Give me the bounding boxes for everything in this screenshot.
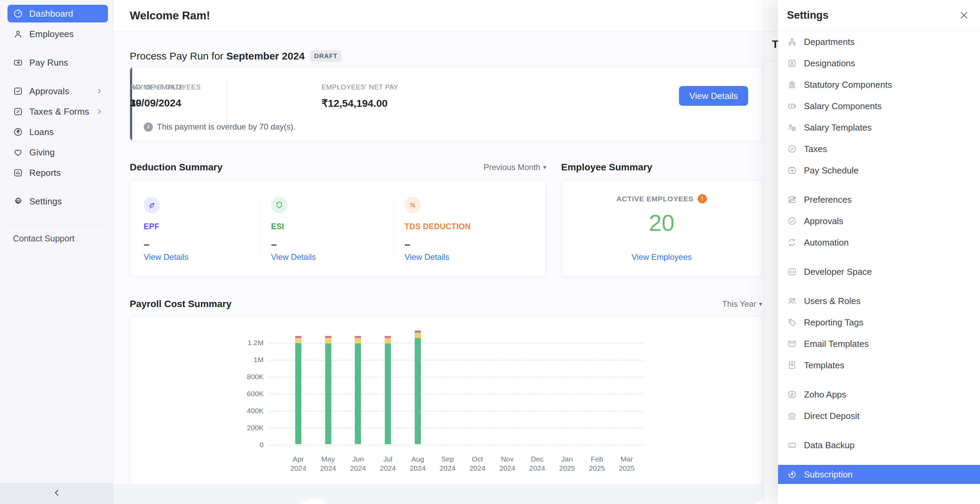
sidebar-item-loans[interactable]: Loans — [8, 123, 108, 141]
settings-item-label: Zoho Apps — [804, 389, 846, 400]
stat-value: ₹12,54,194.00 — [321, 97, 398, 109]
sidebar-item-giving[interactable]: Giving — [8, 144, 108, 161]
deduction-col-esi: ESI – View Details — [271, 181, 383, 276]
chart-bar-jun-2024 — [355, 336, 361, 444]
sidebar-item-icon — [13, 196, 23, 206]
settings-item-icon — [787, 238, 797, 247]
chevron-left-icon — [52, 488, 62, 499]
deduction-value: – — [144, 239, 256, 250]
settings-item-reporting-tags[interactable]: Reporting Tags — [778, 313, 980, 332]
settings-item-label: Salary Templates — [804, 122, 872, 133]
chart-xtick-label: Oct2024 — [462, 454, 492, 473]
settings-item-salary-templates[interactable]: Salary Templates — [778, 118, 980, 137]
settings-item-pay-schedule[interactable]: Pay Schedule — [778, 161, 980, 180]
chart-ytick-label: 1.2M — [232, 339, 264, 347]
settings-item-label: Taxes — [804, 144, 827, 154]
settings-item-salary-components[interactable]: Salary Components — [778, 97, 980, 116]
settings-item-designations[interactable]: Designations — [778, 54, 980, 73]
sidebar-item-reports[interactable]: Reports — [8, 164, 108, 182]
close-icon[interactable] — [958, 10, 970, 21]
sidebar-item-approvals[interactable]: Approvals — [8, 82, 108, 100]
chart-xtick-label: Apr2024 — [283, 454, 313, 473]
settings-list: Departments Designations Statutory Compo… — [778, 31, 980, 484]
page-title: Welcome Ram! — [130, 9, 210, 22]
settings-item-label: Statutory Components — [804, 79, 892, 90]
sidebar-item-settings[interactable]: Settings — [8, 192, 108, 210]
deduction-filter-dropdown[interactable]: Previous Month ▾ — [484, 163, 546, 172]
settings-item-icon — [787, 165, 797, 176]
sidebar-collapse-button[interactable] — [0, 483, 113, 504]
chart-bar-jul-2024 — [385, 336, 391, 444]
payroll-cost-chart: 0200K400K600K800K1M1.2MApr2024May2024Jun… — [130, 317, 762, 484]
sidebar-item-pay-runs[interactable]: Pay Runs — [8, 54, 108, 71]
settings-item-developer-space[interactable]: Developer Space — [778, 262, 980, 281]
chart-ytick-label: 600K — [232, 390, 264, 398]
deduction-view-details-link[interactable]: View Details — [144, 252, 189, 262]
payrun-stat-no-of-employees: NO. OF EMPLOYEES 19 — [130, 83, 200, 109]
sidebar-item-employees[interactable]: Employees — [8, 25, 108, 43]
settings-item-approvals[interactable]: Approvals — [778, 212, 980, 231]
main-content: Welcome Ram! Process Pay Run for Septemb… — [113, 0, 764, 504]
content-bottom-strip — [113, 485, 764, 504]
settings-item-icon — [787, 339, 797, 349]
deduction-icon — [404, 197, 421, 213]
chart-xtick-label: May2024 — [313, 454, 343, 473]
deduction-view-details-link[interactable]: View Details — [404, 252, 449, 262]
settings-item-zoho-apps[interactable]: Zoho Apps — [778, 385, 980, 404]
chart-xtick-label: Feb2025 — [582, 454, 612, 473]
payroll-filter-dropdown[interactable]: This Year ▾ — [722, 299, 762, 309]
settings-item-users-roles[interactable]: Users & Roles — [778, 292, 980, 311]
chart-ytick-label: 0 — [232, 441, 264, 449]
settings-item-label: Subscription — [804, 469, 853, 480]
settings-item-templates[interactable]: Templates — [778, 356, 980, 375]
deduction-value: – — [404, 239, 517, 250]
sidebar-item-icon — [13, 106, 23, 117]
deduction-summary-title: Deduction Summary — [130, 162, 222, 173]
view-employees-link[interactable]: View Employees — [562, 252, 762, 262]
alert-badge-icon: ! — [698, 194, 707, 203]
chevron-down-icon: ▾ — [543, 163, 546, 171]
deduction-col-tds: TDS DEDUCTION – View Details — [404, 181, 517, 276]
chart-xtick-label: Sep2024 — [433, 454, 463, 473]
settings-item-icon — [787, 37, 797, 47]
chart-xtick-label: Jan2025 — [552, 454, 582, 473]
settings-item-label: Preferences — [804, 195, 852, 205]
settings-item-icon — [787, 317, 797, 328]
deduction-view-details-link[interactable]: View Details — [271, 252, 316, 262]
chart-xtick-label: Mar2025 — [612, 454, 642, 473]
settings-item-statutory-components[interactable]: Statutory Components — [778, 75, 980, 94]
stat-value: 19 — [130, 97, 200, 109]
settings-item-data-backup[interactable]: Data Backup — [778, 436, 980, 455]
payrun-titlebar: Process Pay Run for September 2024 DRAFT — [130, 50, 342, 62]
status-badge-draft: DRAFT — [310, 50, 342, 62]
active-employees-count: 20 — [562, 209, 762, 236]
settings-item-direct-deposit[interactable]: Direct Deposit — [778, 406, 980, 425]
deduction-label: ESI — [271, 222, 383, 231]
settings-item-label: Approvals — [804, 216, 843, 227]
chart-gridline — [269, 445, 643, 445]
settings-item-label: Developer Space — [804, 266, 872, 277]
chart-xtick-label: Jul2024 — [373, 454, 403, 473]
contact-support-link[interactable]: Contact Support — [13, 234, 105, 244]
settings-item-label: Direct Deposit — [804, 411, 859, 422]
settings-item-automation[interactable]: Automation — [778, 233, 980, 252]
stat-separator — [226, 81, 226, 125]
settings-item-icon — [787, 440, 797, 450]
info-icon: i — [144, 122, 153, 132]
sidebar-item-taxes-forms[interactable]: Taxes & Forms — [8, 103, 108, 120]
employee-summary-card: ACTIVE EMPLOYEES ! 20 View Employees — [561, 180, 762, 276]
sidebar-item-label: Dashboard — [29, 8, 73, 19]
payroll-cost-chart-card: 0200K400K600K800K1M1.2MApr2024May2024Jun… — [130, 316, 762, 485]
view-details-button[interactable]: View Details — [679, 86, 748, 106]
next-section-peek — [750, 499, 764, 504]
settings-item-email-templates[interactable]: Email Templates — [778, 334, 980, 353]
settings-item-subscription[interactable]: Subscription — [778, 465, 980, 484]
settings-item-departments[interactable]: Departments — [778, 32, 980, 51]
sidebar-item-label: Settings — [29, 196, 62, 207]
settings-item-preferences[interactable]: Preferences — [778, 190, 980, 209]
deduction-icon — [271, 197, 287, 213]
settings-item-taxes[interactable]: Taxes — [778, 139, 980, 158]
sidebar-item-dashboard[interactable]: Dashboard — [8, 5, 108, 22]
settings-item-label: Automation — [804, 238, 849, 248]
sidebar-item-icon — [13, 127, 23, 137]
